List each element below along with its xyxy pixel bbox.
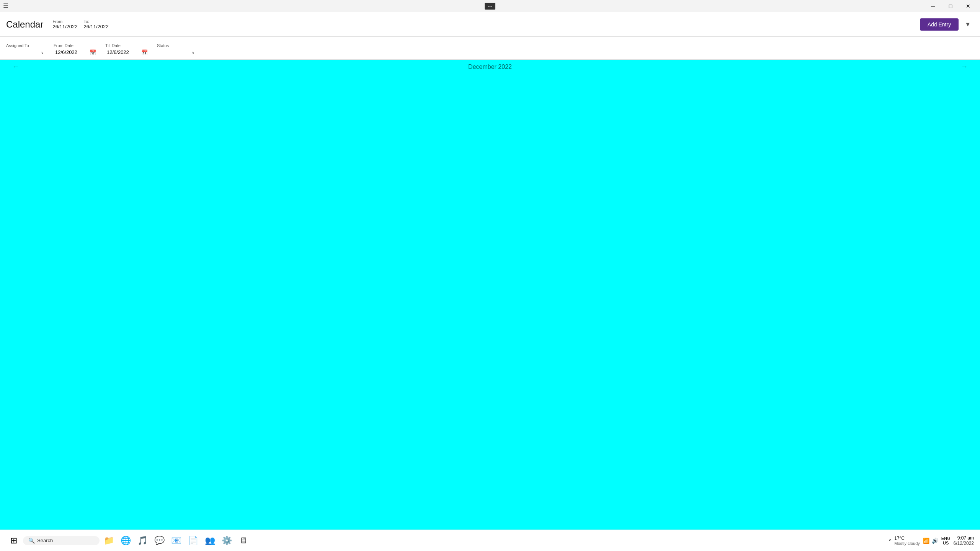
to-label: To: (83, 19, 108, 24)
title-bar-center: --- (485, 3, 495, 9)
assigned-to-select[interactable] (6, 49, 44, 56)
hamburger-icon[interactable]: ☰ (3, 2, 8, 10)
search-text: Search (37, 538, 53, 543)
file-explorer-icon[interactable]: 📁 (101, 533, 116, 548)
from-date-filter: From Date 📅 (54, 43, 96, 56)
title-bar: ☰ --- ─ □ ✕ (0, 0, 980, 12)
wifi-icon[interactable]: 📶 (923, 538, 929, 544)
main-content: Calendar From: 26/11/2022 To: 26/11/2022… (0, 12, 980, 530)
weather-section[interactable]: 17°C Mostly cloudy (894, 536, 920, 546)
weather-temp: 17°C (894, 536, 905, 541)
title-bar-left: ☰ (3, 2, 8, 10)
windows-icon: ⊞ (10, 536, 17, 546)
assigned-to-filter: Assigned To (6, 43, 44, 56)
till-date-control: 📅 (105, 49, 148, 56)
till-date-input[interactable] (105, 49, 140, 56)
till-date-calendar-icon[interactable]: 📅 (141, 49, 148, 55)
window-title: --- (485, 3, 495, 10)
minimize-button[interactable]: ─ (924, 0, 942, 12)
taskbar-right: ^ 17°C Mostly cloudy 📶 🔊 ENG US 9:07 am … (889, 535, 974, 546)
prev-month-button[interactable]: ← (12, 63, 19, 71)
tray-chevron[interactable]: ^ (889, 538, 891, 543)
weather-desc: Mostly cloudy (894, 541, 920, 546)
filter-button[interactable]: ▼ (962, 20, 974, 29)
language-label: ENG (941, 536, 951, 541)
from-date-group: From: 26/11/2022 (52, 19, 77, 29)
settings-icon[interactable]: ⚙️ (219, 533, 234, 548)
search-icon: 🔍 (28, 538, 35, 544)
status-filter: Status (157, 43, 195, 56)
from-label: From: (52, 19, 77, 24)
title-bar-controls: ─ □ ✕ (924, 0, 977, 12)
clock-date: 6/12/2022 (954, 541, 974, 546)
app-extra-icon[interactable]: 🖥 (236, 533, 251, 548)
to-date-group: To: 26/11/2022 (83, 19, 108, 29)
till-date-filter: Till Date 📅 (105, 43, 148, 56)
calendar-header: ← December 2022 → (0, 60, 980, 74)
to-date-value: 26/11/2022 (83, 24, 108, 29)
from-date-control: 📅 (54, 49, 96, 56)
assigned-to-label: Assigned To (6, 43, 44, 48)
header-dates: From: 26/11/2022 To: 26/11/2022 (52, 19, 108, 29)
start-button[interactable]: ⊞ (6, 533, 21, 548)
status-select[interactable] (157, 49, 195, 56)
music-icon[interactable]: 🎵 (135, 533, 150, 548)
mail-icon[interactable]: 📧 (168, 533, 184, 548)
status-select-wrapper (157, 49, 195, 56)
clock-time: 9:07 am (957, 535, 974, 541)
assigned-to-select-wrapper (6, 49, 44, 56)
status-label: Status (157, 43, 195, 48)
restore-button[interactable]: □ (942, 0, 959, 12)
sys-icons: 📶 🔊 (923, 538, 938, 544)
header-actions: Add Entry ▼ (920, 18, 974, 31)
till-date-label: Till Date (105, 43, 148, 48)
chat-icon[interactable]: 💬 (152, 533, 167, 548)
taskbar-left: ⊞ 🔍 Search 📁 🌐 🎵 💬 📧 📄 👥 ⚙️ 🖥 (6, 533, 889, 548)
volume-icon[interactable]: 🔊 (932, 538, 938, 544)
from-date-value: 26/11/2022 (52, 24, 77, 29)
close-button[interactable]: ✕ (959, 0, 977, 12)
from-date-input[interactable] (54, 49, 88, 56)
app-header: Calendar From: 26/11/2022 To: 26/11/2022… (0, 12, 980, 37)
add-entry-button[interactable]: Add Entry (920, 18, 959, 31)
from-date-filter-label: From Date (54, 43, 96, 48)
language-section[interactable]: ENG US (941, 536, 951, 545)
taskbar: ⊞ 🔍 Search 📁 🌐 🎵 💬 📧 📄 👥 ⚙️ 🖥 ^ 17°C Mos… (0, 530, 980, 551)
app-title: Calendar (6, 19, 43, 30)
region-label: US (943, 541, 949, 545)
from-date-calendar-icon[interactable]: 📅 (90, 49, 96, 55)
office-icon[interactable]: 📄 (185, 533, 201, 548)
month-title: December 2022 (468, 64, 512, 70)
search-bar[interactable]: 🔍 Search (23, 536, 100, 545)
filter-bar: Assigned To From Date 📅 Till Date 📅 (0, 37, 980, 60)
calendar-container: ← December 2022 → (0, 60, 980, 530)
browser-icon[interactable]: 🌐 (118, 533, 133, 548)
clock-section[interactable]: 9:07 am 6/12/2022 (954, 535, 974, 546)
next-month-button[interactable]: → (961, 63, 968, 71)
teams-icon[interactable]: 👥 (202, 533, 217, 548)
